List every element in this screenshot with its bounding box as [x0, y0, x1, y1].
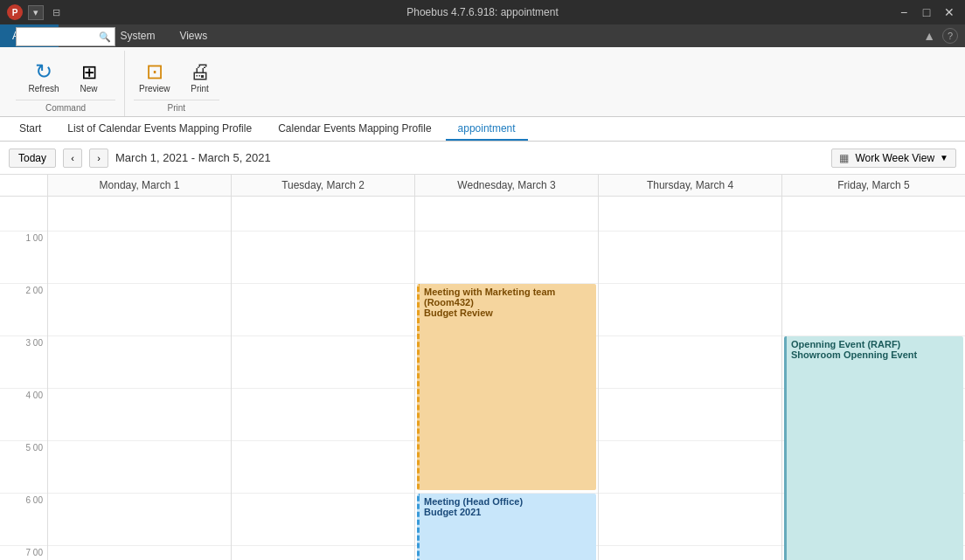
days-grid: Meeting with Marketing team (Room432) Bu… — [48, 197, 965, 560]
logo-area: P ▾ ⊟ — [7, 4, 60, 20]
command-buttons: ↻ Refresh ⊞ New — [23, 59, 108, 96]
refresh-button[interactable]: ↻ Refresh — [23, 59, 64, 96]
time-6: 5 00 — [0, 441, 47, 494]
event-subtitle-opening: Showroom Openning Event — [791, 349, 959, 360]
event-opening[interactable]: Openning Event (RARF) Showroom Openning … — [784, 336, 963, 560]
event-title-headoffice: Meeting (Head Office) — [424, 496, 592, 507]
day-col-fri: Friday, March 5 — [782, 175, 965, 196]
date-range: March 1, 2021 - March 5, 2021 — [115, 151, 824, 164]
preview-icon: ⊡ — [146, 61, 163, 82]
maximize-button[interactable]: □ — [918, 6, 935, 18]
event-meeting-marketing[interactable]: Meeting with Marketing team (Room432) Bu… — [417, 284, 596, 490]
ribbon-print-section: ⊡ Preview 🖨 Print Print — [125, 51, 228, 116]
event-title-marketing: Meeting with Marketing team (Room432) — [424, 287, 592, 308]
tab-calendar-mapping[interactable]: Calendar Events Mapping Profile — [266, 118, 443, 141]
new-icon: ⊞ — [81, 63, 97, 82]
title-bar: P ▾ ⊟ Phoebus 4.7.6.918: appointment − □… — [0, 0, 965, 24]
search-container: 🔍 — [16, 27, 115, 52]
new-button[interactable]: ⊞ New — [70, 60, 108, 96]
print-button[interactable]: 🖨 Print — [181, 59, 219, 96]
calendar-container: Monday, March 1 Tuesday, March 2 Wednesd… — [0, 175, 965, 560]
day-col-mon: Monday, March 1 — [48, 175, 232, 196]
ribbon: 🔍 ↻ Refresh ⊞ New Command ⊡ Preview 🖨 Pr… — [0, 47, 965, 117]
menu-bar: Actions Links System Views ▲ ? — [0, 24, 965, 47]
menu-views[interactable]: Views — [167, 24, 219, 47]
app-logo-icon: P — [7, 4, 23, 20]
calendar-header: Monday, March 1 Tuesday, March 2 Wednesd… — [0, 175, 965, 197]
view-label: Work Week View — [855, 152, 934, 164]
print-icon: 🖨 — [190, 61, 211, 82]
today-button[interactable]: Today — [9, 149, 56, 168]
menu-bar-right: ▲ ? — [923, 24, 965, 47]
day-col-tue: Tuesday, March 2 — [232, 175, 415, 196]
collapse-arrow-icon[interactable]: ▲ — [923, 29, 935, 43]
calendar-view-icon: ▦ — [839, 152, 849, 164]
event-subtitle-headoffice: Budget 2021 — [424, 507, 592, 517]
time-8: 7 00 — [0, 546, 47, 560]
tab-bar: Start List of Calendar Events Mapping Pr… — [0, 117, 965, 142]
tab-list-calendar[interactable]: List of Calendar Events Mapping Profile — [55, 118, 264, 141]
tab-start[interactable]: Start — [7, 118, 53, 141]
day-col-4: Openning Event (RARF) Showroom Openning … — [782, 197, 965, 560]
next-button[interactable]: › — [89, 149, 108, 168]
tab-appointment[interactable]: appointment — [446, 118, 528, 141]
day-col-0 — [48, 197, 232, 560]
day-col-2: Meeting with Marketing team (Room432) Bu… — [415, 197, 599, 560]
view-dropdown[interactable]: ▦ Work Week View ▼ — [831, 149, 956, 168]
time-gutter: 1 00 2 00 3 00 4 00 5 00 6 00 7 00 — [0, 197, 48, 560]
event-meeting-headoffice[interactable]: Meeting (Head Office) Budget 2021 — [417, 494, 596, 560]
close-button[interactable]: ✕ — [941, 6, 958, 18]
time-7: 6 00 — [0, 494, 47, 546]
new-label: New — [80, 84, 97, 93]
ribbon-command-section: 🔍 ↻ Refresh ⊞ New Command — [7, 51, 125, 116]
print-buttons: ⊡ Preview 🖨 Print — [134, 59, 219, 96]
search-box[interactable]: 🔍 — [16, 27, 115, 46]
minimize-indicator: ⊟ — [52, 7, 60, 18]
preview-button[interactable]: ⊡ Preview — [134, 59, 176, 96]
calendar-toolbar: Today ‹ › March 1, 2021 - March 5, 2021 … — [0, 142, 965, 175]
print-section-label: Print — [134, 100, 219, 113]
window-title: Phoebus 4.7.6.918: appointment — [406, 6, 558, 18]
command-section-label: Command — [16, 100, 115, 113]
time-3: 2 00 — [0, 284, 47, 336]
minimize-button[interactable]: − — [895, 6, 913, 18]
time-1 — [0, 197, 47, 232]
preview-label: Preview — [139, 84, 170, 93]
time-4: 3 00 — [0, 336, 47, 389]
time-gutter-header — [0, 175, 48, 196]
time-5: 4 00 — [0, 389, 47, 441]
time-2: 1 00 — [0, 232, 47, 284]
search-icon: 🔍 — [99, 31, 111, 43]
refresh-icon: ↻ — [35, 61, 52, 82]
day-col-thu: Thursday, March 4 — [599, 175, 782, 196]
event-subtitle-marketing: Budget Review — [424, 308, 592, 318]
search-input[interactable] — [20, 31, 99, 42]
day-col-1 — [232, 197, 415, 560]
refresh-label: Refresh — [28, 84, 59, 93]
event-title-opening: Openning Event (RARF) — [791, 339, 959, 349]
pin-button[interactable]: ▾ — [28, 5, 44, 20]
day-col-3 — [599, 197, 782, 560]
calendar-body: 1 00 2 00 3 00 4 00 5 00 6 00 7 00 — [0, 197, 965, 560]
menu-system[interactable]: System — [108, 24, 167, 47]
dropdown-arrow-icon: ▼ — [940, 153, 948, 162]
window-controls: − □ ✕ — [895, 6, 958, 18]
day-col-wed: Wednesday, March 3 — [415, 175, 599, 196]
print-label: Print — [191, 84, 209, 93]
help-button[interactable]: ? — [942, 28, 958, 44]
prev-button[interactable]: ‹ — [63, 149, 82, 168]
